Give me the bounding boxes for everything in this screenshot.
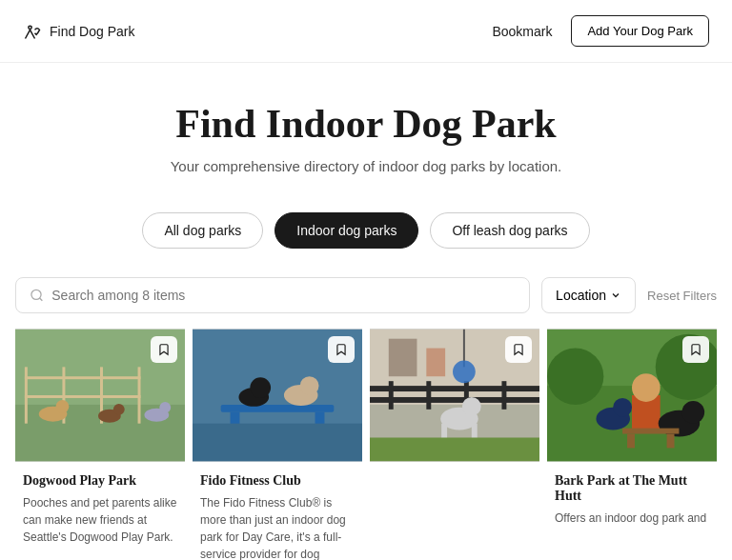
chevron-down-icon (610, 290, 621, 301)
search-input[interactable] (51, 288, 516, 303)
card-column-1: Fido Fitness Club The Fido Fitness Club®… (193, 329, 362, 560)
card-body-fido: Fido Fitness Club The Fido Fitness Club®… (193, 462, 362, 560)
bookmark-icon-bark-park (689, 343, 702, 356)
card-column-2 (370, 329, 539, 560)
card-image-dogwood (15, 329, 185, 462)
nav-right: Bookmark Add Your Dog Park (492, 15, 709, 47)
svg-point-53 (547, 349, 603, 405)
card-agility (370, 329, 539, 462)
svg-point-56 (632, 373, 661, 402)
svg-rect-26 (221, 405, 335, 412)
bookmark-button-dogwood[interactable] (151, 336, 177, 363)
search-icon (30, 288, 44, 303)
card-image-fido (193, 329, 362, 462)
bookmark-button-bark-park[interactable] (682, 336, 709, 363)
svg-rect-9 (25, 395, 141, 398)
card-title-fido: Fido Fitness Club (200, 473, 355, 489)
card-column-3: Bark Park at The Mutt Hutt Offers an ind… (547, 329, 717, 560)
bookmark-button-agility[interactable] (505, 336, 532, 363)
svg-point-60 (613, 398, 632, 417)
location-filter-button[interactable]: Location (541, 277, 636, 313)
bookmark-button[interactable]: Bookmark (492, 24, 552, 39)
add-dog-park-button[interactable]: Add Your Dog Park (571, 15, 709, 47)
svg-rect-50 (370, 438, 539, 462)
svg-rect-61 (622, 429, 679, 434)
svg-rect-37 (426, 349, 445, 377)
bookmark-icon-agility (512, 343, 525, 356)
bookmark-icon-fido (335, 343, 348, 356)
reset-filters-button[interactable]: Reset Filters (647, 289, 717, 303)
svg-rect-63 (667, 434, 675, 449)
card-fido-fitness: Fido Fitness Club The Fido Fitness Club®… (193, 329, 362, 560)
card-dogwood-play-park: Dogwood Play Park Pooches and pet parent… (15, 329, 185, 553)
svg-point-11 (56, 400, 70, 413)
tab-off-leash-dog-parks[interactable]: Off leash dog parks (430, 212, 589, 249)
card-title-dogwood: Dogwood Play Park (23, 473, 177, 489)
search-input-wrap (15, 277, 530, 313)
card-body-dogwood: Dogwood Play Park Pooches and pet parent… (15, 462, 185, 553)
bookmark-button-fido[interactable] (328, 336, 355, 363)
card-bark-park: Bark Park at The Mutt Hutt Offers an ind… (547, 329, 717, 534)
svg-rect-33 (193, 424, 362, 462)
bookmark-icon-dogwood (157, 343, 171, 356)
page-subtitle: Your comprehensive directory of indoor d… (23, 158, 709, 174)
card-title-bark-park: Bark Park at The Mutt Hutt (555, 473, 709, 504)
card-image-bark-park (547, 329, 717, 462)
svg-point-47 (462, 397, 481, 416)
svg-point-13 (113, 404, 125, 415)
page-title: Find Indoor Dog Park (23, 101, 709, 147)
tab-indoor-dog-parks[interactable]: Indoor dog parks (274, 212, 418, 249)
hero-section: Find Indoor Dog Park Your comprehensive … (0, 63, 732, 203)
navbar: Find Dog Park Bookmark Add Your Dog Park (0, 0, 732, 63)
filter-tabs: All dog parks Indoor dog parks Off leash… (0, 203, 732, 277)
svg-rect-38 (370, 386, 539, 391)
tab-all-dog-parks[interactable]: All dog parks (142, 212, 263, 249)
card-desc-bark-park: Offers an indoor dog park and (555, 510, 709, 527)
svg-rect-36 (389, 339, 417, 377)
svg-rect-43 (501, 381, 506, 410)
svg-rect-41 (426, 381, 431, 410)
dog-park-icon (23, 22, 42, 41)
svg-point-15 (159, 402, 171, 413)
cards-grid: Dogwood Play Park Pooches and pet parent… (15, 329, 717, 560)
nav-logo-text: Find Dog Park (50, 24, 134, 39)
card-column-0: Dogwood Play Park Pooches and pet parent… (15, 329, 185, 560)
svg-rect-8 (25, 376, 141, 379)
card-body-bark-park: Bark Park at The Mutt Hutt Offers an ind… (547, 462, 717, 534)
card-image-agility (370, 329, 539, 462)
svg-point-32 (300, 376, 319, 395)
svg-point-45 (453, 360, 476, 383)
cards-section: Dogwood Play Park Pooches and pet parent… (0, 329, 732, 560)
svg-point-58 (681, 401, 704, 424)
svg-point-1 (31, 290, 41, 299)
card-desc-dogwood: Pooches and pet parents alike can make n… (23, 494, 177, 546)
nav-logo: Find Dog Park (23, 22, 134, 41)
svg-rect-40 (389, 381, 394, 410)
card-desc-fido: The Fido Fitness Club® is more than just… (200, 494, 355, 560)
svg-point-30 (250, 377, 271, 398)
search-row: Location Reset Filters (0, 277, 732, 329)
svg-rect-39 (370, 397, 539, 403)
location-label: Location (556, 288, 606, 303)
svg-rect-62 (627, 434, 635, 449)
